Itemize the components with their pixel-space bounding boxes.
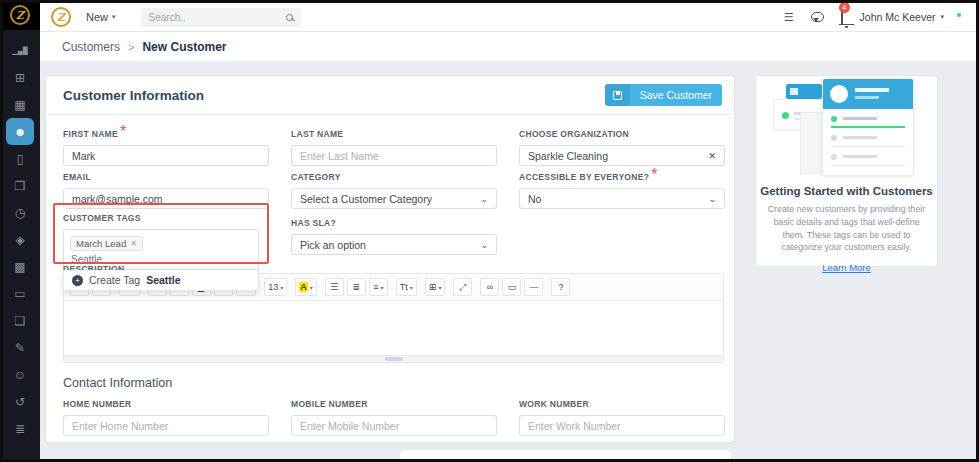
scrollbar-thumb[interactable] bbox=[385, 357, 403, 361]
chevron-down-icon: ▾ bbox=[940, 13, 944, 21]
email-input[interactable] bbox=[72, 193, 260, 205]
has-sla-field: HAS SLA? Pick an option ⌄ bbox=[291, 212, 497, 255]
chevron-down-icon: ⌄ bbox=[480, 194, 488, 204]
toolbar-link-button[interactable]: ∞ bbox=[480, 278, 499, 296]
first-name-input[interactable] bbox=[72, 150, 260, 162]
mobile-number-input-wrap bbox=[291, 415, 497, 436]
sidebar-item-projects[interactable]: ⊞ bbox=[6, 64, 34, 91]
illustration-line bbox=[855, 88, 889, 92]
toolbar-help-button[interactable]: ? bbox=[551, 278, 570, 296]
required-star: * bbox=[120, 123, 126, 140]
sidebar-item-files[interactable]: ▭ bbox=[6, 280, 34, 307]
home-number-input[interactable] bbox=[72, 420, 260, 432]
tags-icon: ◈ bbox=[15, 233, 24, 247]
contact-information-title: Contact Information bbox=[63, 376, 172, 390]
sidebar-item-history[interactable]: ↺ bbox=[6, 388, 34, 415]
selected-value: Pick an option bbox=[300, 239, 366, 251]
sidebar-item-knowledge-base[interactable]: ❐ bbox=[6, 172, 34, 199]
learn-more-link[interactable]: Learn More bbox=[822, 262, 871, 273]
accessible-select[interactable]: No ⌄ bbox=[519, 188, 725, 209]
first-name-field: FIRST NAME* bbox=[63, 123, 269, 166]
sidebar-item-users[interactable]: ☺ bbox=[6, 361, 34, 388]
history-icon: ↺ bbox=[15, 395, 25, 409]
fullscreen-icon: ⤢ bbox=[459, 282, 466, 293]
toolbar-table-button[interactable]: ⊞▾ bbox=[425, 278, 446, 296]
toolbar-align-button[interactable]: ≡▾ bbox=[369, 278, 388, 296]
sidebar-item-time-tracking[interactable]: ◷ bbox=[6, 199, 34, 226]
documents-icon: ❏ bbox=[15, 314, 26, 328]
toolbar-font-color-button[interactable]: A▾ bbox=[295, 278, 317, 296]
sidebar-item-services[interactable]: ✎ bbox=[6, 334, 34, 361]
work-number-input[interactable] bbox=[528, 420, 716, 432]
numbered-list-icon: ≣ bbox=[353, 282, 361, 292]
selected-value: Select a Customer Category bbox=[300, 193, 432, 205]
sidebar-item-analytics[interactable]: ▁▄█ bbox=[6, 37, 34, 64]
description-textarea[interactable] bbox=[64, 301, 723, 356]
toolbar-bullet-list-button[interactable]: ☰ bbox=[325, 278, 344, 296]
toolbar-fullscreen-button[interactable]: ⤢ bbox=[453, 278, 472, 296]
global-search[interactable] bbox=[141, 8, 301, 27]
task-list-icon[interactable]: ☰ bbox=[784, 11, 794, 24]
category-select[interactable]: Select a Customer Category ⌄ bbox=[291, 188, 497, 209]
sidebar-item-documents[interactable]: ❏ bbox=[6, 307, 34, 334]
has-sla-select[interactable]: Pick an option ⌄ bbox=[291, 234, 497, 255]
toolbar-numbered-list-button[interactable]: ≣ bbox=[347, 278, 366, 296]
toolbar-horizontal-rule-button[interactable]: — bbox=[524, 278, 543, 296]
first-name-input-wrap bbox=[63, 145, 269, 166]
clear-organization-icon[interactable]: ✕ bbox=[708, 151, 716, 161]
chevron-down-icon: ⌄ bbox=[480, 240, 488, 250]
search-input[interactable] bbox=[149, 12, 286, 23]
sidebar-item-devices[interactable]: ▯ bbox=[6, 145, 34, 172]
devices-icon: ▯ bbox=[17, 152, 24, 166]
remove-tag-icon[interactable]: ✕ bbox=[130, 239, 137, 248]
home-number-field: HOME NUMBER bbox=[63, 393, 269, 436]
save-button-label: Save Customer bbox=[630, 84, 722, 106]
topbar-brand-logo[interactable]: Z bbox=[51, 7, 71, 27]
customer-tags-field: CUSTOMER TAGS March Lead ✕ Seattle + Cre… bbox=[63, 207, 259, 291]
toolbar-media-button[interactable]: ▭ bbox=[502, 278, 521, 296]
chat-icon[interactable] bbox=[811, 12, 824, 22]
new-dropdown-button[interactable]: New ▾ bbox=[86, 11, 116, 23]
section-title: Customer Information bbox=[63, 88, 204, 103]
sidebar-item-apps[interactable]: ▩ bbox=[6, 253, 34, 280]
sidebar-item-tags[interactable]: ◈ bbox=[6, 226, 34, 253]
sidebar-item-calendar[interactable]: ▦ bbox=[6, 91, 34, 118]
media-icon: ▭ bbox=[508, 282, 517, 292]
tag-chip[interactable]: March Lead ✕ bbox=[70, 236, 143, 251]
services-icon: ✎ bbox=[15, 341, 25, 355]
aside-description: Create new customers by providing their … bbox=[766, 203, 927, 254]
brand-z-icon: Z bbox=[51, 7, 71, 27]
toolbar-text-style-button[interactable]: Tt▾ bbox=[396, 278, 417, 296]
save-customer-button[interactable]: Save Customer bbox=[605, 84, 722, 106]
notifications-button[interactable]: 4 bbox=[841, 8, 843, 26]
organization-input-wrap: ✕ bbox=[519, 145, 725, 166]
save-icon bbox=[613, 91, 622, 100]
sidebar-item-integrations[interactable]: ≣ bbox=[6, 415, 34, 442]
last-name-input[interactable] bbox=[300, 150, 488, 162]
toolbar-font-size-button[interactable]: 13▾ bbox=[264, 278, 287, 296]
user-menu[interactable]: John Mc Keever ▾ bbox=[860, 11, 944, 23]
divider bbox=[46, 114, 734, 115]
organization-input[interactable] bbox=[528, 150, 708, 162]
field-label: CHOOSE ORGANIZATION bbox=[519, 129, 629, 139]
link-icon: ∞ bbox=[487, 282, 493, 292]
illustration-mini-card bbox=[786, 84, 822, 99]
aside-title: Getting Started with Customers bbox=[756, 185, 937, 197]
files-icon: ▭ bbox=[14, 287, 25, 301]
tag-plus-icon: + bbox=[72, 275, 83, 286]
mobile-number-field: MOBILE NUMBER bbox=[291, 393, 497, 436]
sidebar-nav: ▁▄█⊞▦☻▯❐◷◈▩▭❏✎☺↺≣ bbox=[0, 30, 40, 442]
sidebar-brand-logo[interactable]: Z bbox=[0, 0, 40, 30]
create-tag-suggestion[interactable]: + Create Tag Seattle bbox=[63, 270, 259, 291]
help-icon: ? bbox=[558, 282, 563, 292]
work-number-input-wrap bbox=[519, 415, 725, 436]
illustration-list-row bbox=[831, 150, 905, 166]
editor-horizontal-scrollbar[interactable] bbox=[64, 355, 723, 362]
sidebar-item-customers[interactable]: ☻ bbox=[6, 118, 34, 145]
illustration-list-row bbox=[831, 112, 905, 128]
tag-chip-label: March Lead bbox=[76, 238, 126, 249]
chevron-down-icon: ▾ bbox=[280, 284, 283, 291]
mobile-number-input[interactable] bbox=[300, 420, 488, 432]
illustration-line bbox=[855, 96, 879, 99]
breadcrumb-customers-link[interactable]: Customers bbox=[62, 40, 120, 54]
